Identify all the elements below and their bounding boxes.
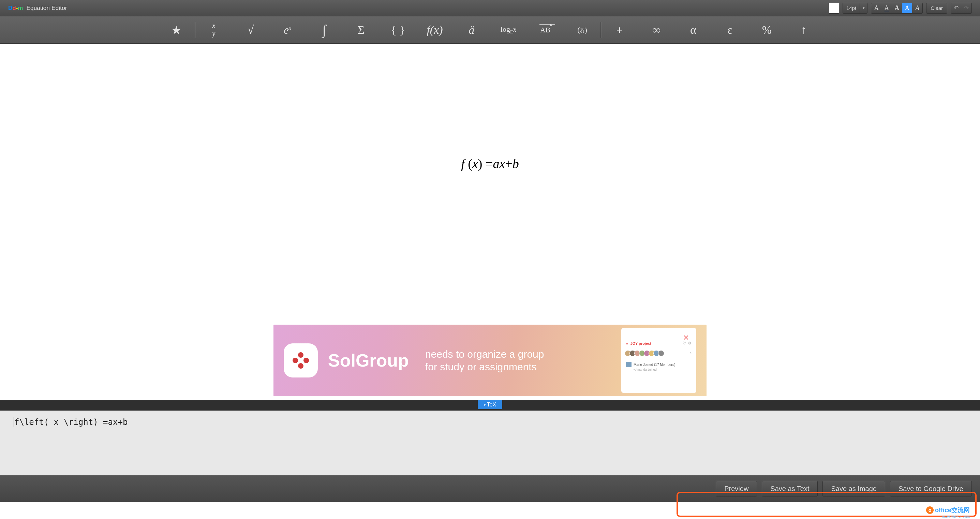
eq-lparen: ( (468, 156, 472, 171)
ad-brand: SolGroup (328, 350, 409, 371)
ad-subtext: needs to organize a group for study or a… (425, 348, 544, 373)
plus-button[interactable]: + (601, 16, 638, 44)
arrow-up-icon: ↑ (801, 24, 807, 37)
ad-banner[interactable]: SolGroup needs to organize a group for s… (274, 325, 706, 396)
text-style-group: A A A A A (871, 3, 923, 14)
chevron-right-icon: › (690, 350, 692, 357)
alpha-button[interactable]: α (675, 16, 712, 44)
log-icon: log□x (501, 25, 516, 35)
eq-a: a (493, 156, 499, 171)
integral-icon: ∫ (323, 22, 326, 38)
eq-x2: x (499, 156, 505, 171)
close-icon[interactable]: × (683, 332, 689, 343)
solgroup-icon (291, 350, 311, 371)
eq-f: f (461, 156, 465, 171)
watermark-text: office交流网 (935, 506, 970, 514)
redo-icon: ↷ (961, 3, 972, 13)
svg-point-1 (304, 358, 309, 363)
tex-source-input[interactable]: f\left( x \right) =ax+b (0, 411, 980, 475)
hamburger-icon: ≡ (626, 341, 628, 345)
ad-amanda-text: Amanda Joined (635, 368, 657, 371)
watermark-icon: o (926, 506, 934, 514)
app-title: Equation Editor (26, 5, 67, 11)
integral-button[interactable]: ∫ (306, 16, 343, 44)
infinity-button[interactable]: ∞ (638, 16, 675, 44)
ad-marie-row: Marie Joined (17 Members) (626, 362, 692, 367)
ad-preview-pane: × ≡ JOY project ♡ ⚙ › Marie Joined ( (621, 328, 696, 393)
tex-source-text: f\left( x \right) =ax+b (14, 417, 127, 427)
style-bold-a[interactable]: A (892, 3, 902, 13)
chevron-down-icon[interactable]: ▼ (860, 3, 867, 14)
brackets-icon: { } (391, 24, 405, 37)
clear-button[interactable]: Clear (926, 3, 947, 14)
watermark: o office交流网 www.office26.com (926, 506, 970, 514)
footer-bar: Preview Save as Text Save as Image Save … (0, 475, 980, 502)
ad-amanda-row: • Amanda Joined (633, 368, 692, 371)
percent-icon: % (762, 24, 772, 37)
function-icon: f(x) (426, 24, 442, 37)
ad-preview-title-row: ≡ JOY project ♡ ⚙ (626, 341, 692, 345)
exponent-icon: ex (284, 24, 291, 37)
arrow-up-button[interactable]: ↑ (785, 16, 822, 44)
style-underline-a[interactable]: A (881, 3, 892, 13)
preview-button[interactable]: Preview (716, 481, 757, 497)
percent-button[interactable]: % (748, 16, 785, 44)
vector-icon: AB▸ (540, 25, 551, 35)
plus-icon: + (616, 24, 623, 37)
header-right: 14pt ▼ A A A A A Clear ↶ ↷ (828, 3, 972, 14)
header-left: Dd-m Equation Editor (8, 5, 67, 11)
font-size-selector[interactable]: 14pt ▼ (843, 3, 867, 14)
save-to-google-drive-button[interactable]: Save to Google Drive (890, 481, 972, 497)
matrix-icon: (1 00 1) (577, 25, 587, 35)
favorites-button[interactable]: ★ (158, 16, 195, 44)
undo-icon[interactable]: ↶ (951, 3, 961, 13)
eq-plus: + (505, 156, 512, 171)
ad-line1: needs to organize a group (425, 348, 544, 361)
summation-icon: Σ (358, 24, 364, 37)
alpha-icon: α (690, 24, 696, 37)
watermark-url: www.office26.com (942, 515, 970, 519)
root-button[interactable]: √ (232, 16, 269, 44)
eq-x: x (472, 156, 478, 171)
tex-bar: ▾ TeX (0, 400, 980, 411)
svg-point-4 (298, 358, 303, 363)
color-swatch-button[interactable] (828, 3, 839, 14)
ad-preview-title: JOY project (630, 341, 651, 345)
accent-icon: ä (469, 24, 475, 37)
star-icon: ★ (171, 23, 181, 37)
style-italic-a[interactable]: A (912, 3, 923, 13)
save-as-image-button[interactable]: Save as Image (822, 481, 885, 497)
style-highlight-a[interactable]: A (902, 3, 912, 13)
ad-line2: for study or assignments (425, 360, 544, 373)
function-button[interactable]: f(x) (416, 16, 453, 44)
svg-point-0 (298, 352, 304, 358)
vector-button[interactable]: AB▸ (527, 16, 564, 44)
undo-redo-group: ↶ ↷ (951, 3, 972, 14)
svg-point-2 (298, 363, 304, 369)
accent-button[interactable]: ä (453, 16, 490, 44)
ad-avatars: › (626, 350, 692, 357)
svg-point-3 (293, 358, 298, 363)
matrix-button[interactable]: (1 00 1) (564, 16, 600, 44)
tex-tab[interactable]: ▾ TeX (478, 400, 503, 409)
eq-equals: = (485, 156, 493, 171)
exponent-button[interactable]: ex (269, 16, 306, 44)
save-as-text-button[interactable]: Save as Text (762, 481, 818, 497)
fraction-button[interactable]: xy (196, 16, 232, 44)
summation-button[interactable]: Σ (343, 16, 380, 44)
fraction-icon: xy (210, 22, 218, 38)
epsilon-icon: ε (728, 24, 732, 37)
infinity-icon: ∞ (652, 24, 660, 37)
root-icon: √ (248, 24, 254, 37)
equation-canvas[interactable]: f (x) =ax+b SolGroup needs to organize a… (0, 44, 980, 400)
tex-tab-label: TeX (487, 402, 496, 408)
brackets-button[interactable]: { } (380, 16, 416, 44)
log-button[interactable]: log□x (490, 16, 527, 44)
ad-logo (284, 343, 318, 377)
equation-toolbar: ★ xy √ ex ∫ Σ { } f(x) ä log□x AB▸ (1 00… (0, 16, 980, 44)
style-color-a[interactable]: A (871, 3, 881, 13)
epsilon-button[interactable]: ε (712, 16, 748, 44)
daum-logo: Dd-m (8, 5, 23, 11)
avatar-icon (626, 362, 632, 367)
ad-marie-text: Marie Joined (17 Members) (633, 363, 675, 366)
